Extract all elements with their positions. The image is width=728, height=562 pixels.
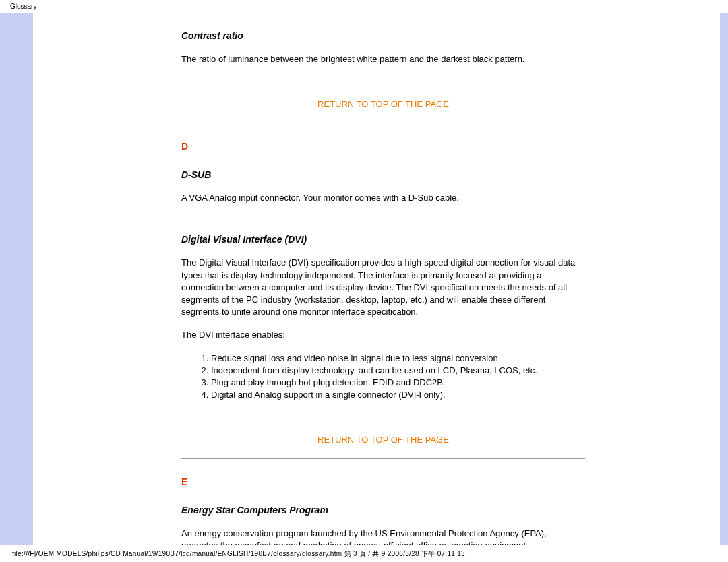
section-letter-d: D	[181, 141, 585, 152]
main-content: Contrast ratio The ratio of luminance be…	[40, 13, 720, 545]
list-item: Reduce signal loss and video noise in si…	[211, 352, 585, 365]
term-dsub-body: A VGA Analog input connector. Your monit…	[181, 192, 585, 204]
term-contrast-ratio-title: Contrast ratio	[181, 30, 585, 41]
dvi-enables-list: Reduce signal loss and video noise in si…	[181, 352, 585, 402]
page-header-label: Glossary	[0, 0, 728, 13]
list-item: Independent from display technology, and…	[211, 365, 585, 377]
list-item: Plug and play through hot plug detection…	[211, 377, 585, 389]
right-sidebar	[720, 13, 728, 545]
term-dsub-title: D-SUB	[181, 169, 585, 180]
section-letter-e: E	[181, 476, 585, 487]
divider	[181, 458, 585, 459]
divider	[181, 123, 585, 123]
return-to-top-link[interactable]: RETURN TO TOP OF THE PAGE	[181, 435, 585, 445]
list-item: Digital and Analog support in a single c…	[211, 389, 585, 401]
term-dvi-title: Digital Visual Interface (DVI)	[181, 234, 585, 245]
page-body: Contrast ratio The ratio of luminance be…	[0, 13, 728, 545]
term-energy-star-title: Energy Star Computers Program	[181, 505, 585, 516]
footer-file-path: file:///F|/OEM MODELS/philips/CD Manual/…	[0, 545, 728, 561]
gutter	[33, 13, 40, 545]
term-dvi-body2: The DVI interface enables:	[181, 329, 585, 341]
left-sidebar	[0, 13, 33, 545]
term-dvi-body1: The Digital Visual Interface (DVI) speci…	[181, 257, 585, 318]
term-contrast-ratio-body: The ratio of luminance between the brigh…	[181, 53, 585, 65]
return-to-top-link[interactable]: RETURN TO TOP OF THE PAGE	[181, 99, 585, 109]
term-energy-star-body: An energy conservation program launched …	[181, 528, 585, 545]
